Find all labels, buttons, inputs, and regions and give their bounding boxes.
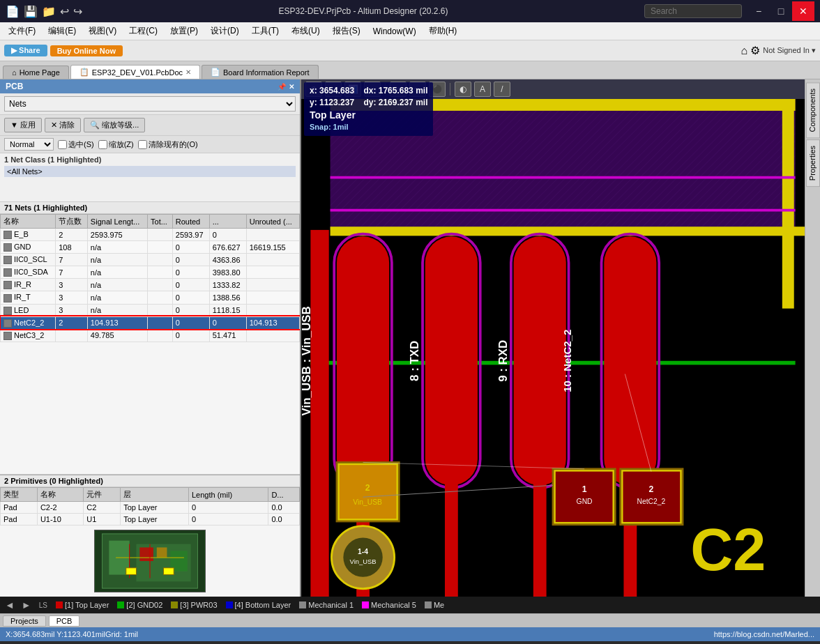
pcb-canvas[interactable]: ⊕ □ 📊 ▭ ✏ 〜 ⚫ ◐ A / x: 3654.683 dx: 1765… xyxy=(301,79,805,597)
net-routed-1: 0 xyxy=(172,241,209,254)
svg-text:Vin_USB: Vin_USB xyxy=(350,558,377,565)
pcb-panel-title: PCB xyxy=(6,82,23,91)
prim-name-1: U1-10 xyxy=(37,514,83,526)
tab-0[interactable]: ⌂Home Page xyxy=(3,66,69,79)
menu-item-d[interactable]: 设计(D) xyxy=(205,24,245,38)
menu-item-h[interactable]: 帮助(H) xyxy=(423,24,463,38)
layer-top-label: [1] Top Layer xyxy=(65,601,109,609)
tool-line[interactable]: / xyxy=(494,82,510,97)
minimize-button[interactable]: − xyxy=(747,1,770,21)
layer-me[interactable]: Me xyxy=(422,601,447,609)
minimap[interactable] xyxy=(94,530,206,592)
pcb-panel-header: PCB 📌 ✕ xyxy=(0,79,300,93)
tool-halfcircle[interactable]: ◐ xyxy=(455,82,471,97)
title-icons: 📄 💾 📁 ↩ ↪ xyxy=(6,5,82,18)
app-icon-redo: ↪ xyxy=(73,5,82,18)
clear-existing-checkbox-label[interactable]: 清除现有的(O) xyxy=(138,139,198,150)
layer-scroll-left[interactable]: ◄ xyxy=(3,599,17,611)
properties-tab[interactable]: Properties xyxy=(806,139,820,187)
panel-close-icon[interactable]: ✕ xyxy=(289,83,294,91)
nets-col-name: 名称 xyxy=(1,215,56,229)
layer-scroll-right[interactable]: ► xyxy=(20,599,33,611)
menu-item-v[interactable]: 视图(V) xyxy=(83,24,122,38)
zoom-level-button[interactable]: 🔍 缩放等级... xyxy=(84,118,145,132)
net-tot-1 xyxy=(148,241,173,254)
projects-tab[interactable]: Projects xyxy=(3,615,46,627)
maximize-button[interactable]: □ xyxy=(770,1,792,21)
layer-mech1[interactable]: Mechanical 1 xyxy=(296,601,356,609)
tab-1[interactable]: 📋ESP32_DEV_V01.PcbDoc✕ xyxy=(70,65,200,79)
pin-icon[interactable]: 📌 xyxy=(278,83,286,91)
net-color-6 xyxy=(3,307,12,315)
components-tab[interactable]: Components xyxy=(806,82,820,138)
net-nodes-3: 7 xyxy=(56,266,88,279)
nets-filter-select[interactable]: NetsComponentsNet Classes xyxy=(4,96,296,112)
nets-table-row[interactable]: IIC0_SDA 7 n/a 0 3983.80 xyxy=(1,266,300,279)
tool-text[interactable]: A xyxy=(474,82,491,97)
net-signal-3: n/a xyxy=(87,266,147,279)
prim-name-0: C2-2 xyxy=(37,502,83,514)
svg-rect-23 xyxy=(337,236,389,485)
layer-bottom[interactable]: [4] Bottom Layer xyxy=(223,601,294,609)
layer-mech5[interactable]: Mechanical 5 xyxy=(359,601,419,609)
nets-table-row[interactable]: NetC3_2 49.785 0 51.471 xyxy=(1,329,300,342)
close-button[interactable]: ✕ xyxy=(792,1,814,21)
nets-col-nodes: 节点数 xyxy=(56,215,88,229)
clear-existing-checkbox[interactable] xyxy=(138,140,147,149)
share-button[interactable]: ▶ Share xyxy=(4,45,47,56)
primitives-table-row[interactable]: Pad C2-2 C2 Top Layer 0 0.0 xyxy=(1,502,300,514)
buy-online-button[interactable]: Buy Online Now xyxy=(50,45,123,56)
primitives-table-body: Pad C2-2 C2 Top Layer 0 0.0 Pad U1-10 U1… xyxy=(1,502,300,526)
status-bar: X:3654.683mil Y:1123.401mil Grid: 1mil h… xyxy=(0,627,820,641)
home-icon[interactable]: ⌂ xyxy=(741,45,748,57)
net-col6-8: 51.471 xyxy=(209,329,246,342)
nets-table-row[interactable]: IR_T 3 n/a 0 1388.56 xyxy=(1,291,300,304)
normal-select[interactable]: Normal Highlight Mask xyxy=(4,138,54,151)
layer-top[interactable]: [1] Top Layer xyxy=(53,601,112,609)
pcb-tab[interactable]: PCB xyxy=(49,615,80,627)
net-tot-2 xyxy=(148,254,173,266)
nets-table-row[interactable]: IIC0_SCL 7 n/a 0 4363.86 xyxy=(1,254,300,266)
menu-item-t[interactable]: 工具(T) xyxy=(246,24,284,38)
nets-table-row[interactable]: IR_R 3 n/a 0 1333.82 xyxy=(1,279,300,291)
main-content: PCB 📌 ✕ NetsComponentsNet Classes ▼ 应用 ✕… xyxy=(0,79,820,597)
zoom-checkbox[interactable] xyxy=(98,140,107,149)
layer-gnd02[interactable]: [2] GND02 xyxy=(114,601,165,609)
layer-ls[interactable]: LS xyxy=(36,601,50,609)
layer-pwr03[interactable]: [3] PWR03 xyxy=(168,601,220,609)
nets-table-wrapper[interactable]: 名称 节点数 Signal Lengt... Tot... Routed ...… xyxy=(0,214,300,474)
all-nets-item[interactable]: <All Nets> xyxy=(4,166,296,177)
nets-table-row[interactable]: NetC2_2 2 104.913 0 0 104.913 xyxy=(1,316,300,329)
prim-layer-1: Top Layer xyxy=(121,514,189,526)
menu-item-windoww[interactable]: Window(W) xyxy=(367,25,422,38)
clear-button[interactable]: ✕ 清除 xyxy=(45,118,81,132)
menu-item-p[interactable]: 放置(P) xyxy=(165,24,204,38)
tab-2[interactable]: 📄Board Information Report xyxy=(202,65,319,79)
settings-icon[interactable]: ⚙ xyxy=(750,44,760,57)
apply-button[interactable]: ▼ 应用 xyxy=(4,118,42,132)
menu-item-e[interactable]: 编辑(E) xyxy=(43,24,82,38)
select-checkbox-label[interactable]: 选中(S) xyxy=(58,139,94,150)
nets-table-row[interactable]: E_B 2 2593.975 2593.97 0 xyxy=(1,229,300,241)
tab-close-1[interactable]: ✕ xyxy=(185,68,191,76)
user-menu[interactable]: Not Signed In ▾ xyxy=(763,46,816,55)
net-color-5 xyxy=(3,294,12,302)
search-input[interactable] xyxy=(644,4,742,18)
menu-item-f[interactable]: 文件(F) xyxy=(3,24,41,38)
tab-label-2: Board Information Report xyxy=(223,68,310,77)
zoom-checkbox-label[interactable]: 缩放(Z) xyxy=(98,139,134,150)
menu-item-s[interactable]: 报告(S) xyxy=(327,24,366,38)
nets-table-row[interactable]: LED 3 n/a 0 1118.15 xyxy=(1,304,300,316)
svg-text:2: 2 xyxy=(365,483,370,493)
menu-item-c[interactable]: 工程(C) xyxy=(123,24,163,38)
layer-gnd02-label: [2] GND02 xyxy=(126,601,162,609)
net-unrouted-3 xyxy=(246,266,299,279)
prim-layer-0: Top Layer xyxy=(121,502,189,514)
menu-item-u[interactable]: 布线(U) xyxy=(286,24,326,38)
net-color-7 xyxy=(3,319,12,328)
primitives-table-row[interactable]: Pad U1-10 U1 Top Layer 0 0.0 xyxy=(1,514,300,526)
nets-table-row[interactable]: GND 108 n/a 0 676.627 16619.155 xyxy=(1,241,300,254)
select-checkbox[interactable] xyxy=(58,140,67,149)
control-buttons-row: ▼ 应用 ✕ 清除 🔍 缩放等级... xyxy=(0,115,300,136)
nets-table-body: E_B 2 2593.975 2593.97 0 GND 108 n/a 0 6… xyxy=(1,229,300,342)
